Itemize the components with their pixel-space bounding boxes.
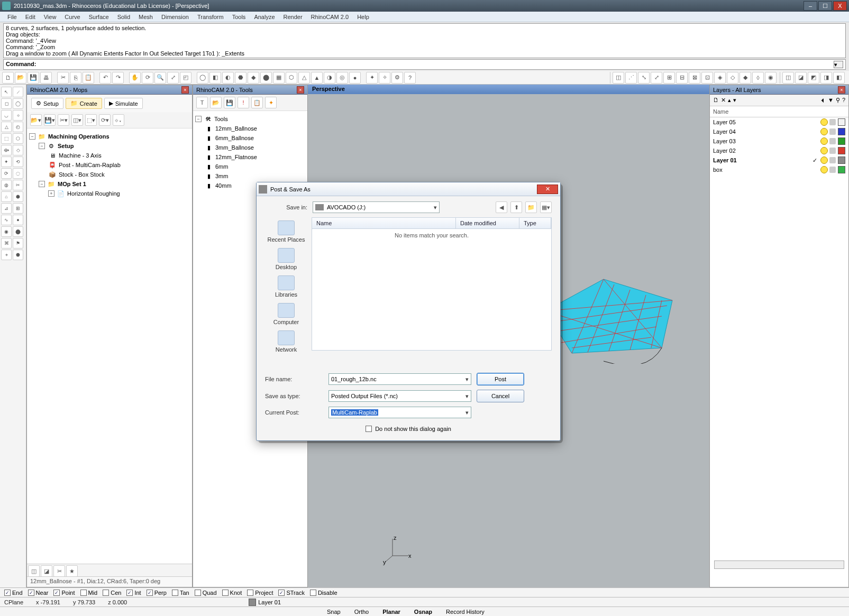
layer-row[interactable]: Layer 01✓ <box>710 155 848 165</box>
mops-tool-icon[interactable]: ⟐▾ <box>113 114 124 126</box>
filter-icon[interactable]: ⏴ <box>820 97 826 104</box>
color-swatch[interactable] <box>838 157 845 164</box>
dialog-close-button[interactable]: ✕ <box>537 185 558 194</box>
side-tool-icon[interactable]: ⌘ <box>1 238 12 249</box>
help-icon[interactable]: ? <box>842 97 845 104</box>
cplane-icon[interactable]: ◊ <box>752 72 764 84</box>
checkbox[interactable] <box>80 590 87 596</box>
mops-foot-icon[interactable]: ✂ <box>53 565 65 577</box>
file-name-field[interactable]: 01_rough_12b.nc▾ <box>328 373 471 385</box>
checkbox[interactable] <box>172 590 178 596</box>
checkbox[interactable] <box>278 590 285 596</box>
checkbox[interactable] <box>147 590 153 596</box>
side-tool-icon[interactable]: ⌂ <box>1 191 12 202</box>
mops-tool-icon[interactable]: ✂▾ <box>58 114 69 126</box>
file-list-header[interactable]: Name Date modified Type <box>312 217 552 229</box>
lock-icon[interactable] <box>829 128 836 135</box>
visibility-icon[interactable] <box>820 166 828 173</box>
open-file-icon[interactable]: 📂 <box>15 72 26 84</box>
menu-surface[interactable]: Surface <box>85 13 113 21</box>
minimize-button[interactable]: – <box>804 1 817 11</box>
visibility-icon[interactable] <box>820 147 828 154</box>
tool-icon[interactable]: ● <box>349 72 361 84</box>
pan-icon[interactable]: ✋ <box>129 72 141 84</box>
tree-machining-operations[interactable]: Machining Operations <box>48 133 109 140</box>
color-swatch[interactable] <box>838 128 845 135</box>
place-libraries[interactable]: Libraries <box>275 275 297 298</box>
tool-icon[interactable]: ◆ <box>248 72 259 84</box>
side-tool-icon[interactable]: ⬤ <box>13 226 23 237</box>
mops-tree[interactable]: −📁Machining Operations −⚙Setup 🖥Machine … <box>27 128 192 564</box>
render-icon[interactable]: ◩ <box>808 72 819 84</box>
cplane-icon[interactable]: ⋰ <box>625 72 637 84</box>
osnap-tan[interactable]: Tan <box>172 590 189 596</box>
mops-foot-icon[interactable]: ◪ <box>41 565 52 577</box>
col-type[interactable]: Type <box>519 218 551 228</box>
filter-icon[interactable]: ▼ <box>828 97 834 104</box>
side-tool-icon[interactable]: ⌖ <box>1 250 12 260</box>
lock-icon[interactable] <box>829 138 836 144</box>
menu-help[interactable]: Help <box>353 13 373 21</box>
up-dir-icon[interactable]: ⬆ <box>510 201 522 213</box>
tool-icon[interactable]: ▲ <box>311 72 323 84</box>
do-not-show-checkbox[interactable] <box>366 426 372 432</box>
osnap-near[interactable]: Near <box>28 590 49 596</box>
status-osnap[interactable]: Osnap <box>411 609 435 615</box>
visibility-icon[interactable] <box>820 118 828 126</box>
tool-icon[interactable]: ⬤ <box>260 72 272 84</box>
visibility-icon[interactable] <box>820 137 828 145</box>
side-tool-icon[interactable]: ✂ <box>13 180 23 190</box>
command-line[interactable]: Command: ▾ <box>3 59 846 70</box>
tool-icon[interactable]: ◐ <box>222 72 234 84</box>
copy-icon[interactable]: ⎘ <box>70 72 81 84</box>
checkbox[interactable] <box>222 590 229 596</box>
menu-mesh[interactable]: Mesh <box>134 13 157 21</box>
checkbox[interactable] <box>247 590 253 596</box>
help-icon[interactable]: ? <box>404 72 416 84</box>
side-tool-icon[interactable]: ⊿ <box>1 203 12 214</box>
layers-column-name[interactable]: Name <box>710 106 848 117</box>
cplane-icon[interactable]: ⊡ <box>701 72 713 84</box>
menu-render[interactable]: Render <box>279 13 307 21</box>
tool-item[interactable]: ▮6mm_Ballnose <box>195 133 305 143</box>
status-layer[interactable]: Layer 01 <box>248 599 281 606</box>
tool-tool-icon[interactable]: 📋 <box>251 97 263 108</box>
tool-item[interactable]: ▮3mm_Ballnose <box>195 143 305 152</box>
mops-tool-icon[interactable]: ⬚▾ <box>85 114 97 126</box>
current-post-dropdown[interactable]: MultiCam-Raplab▾ <box>328 407 471 418</box>
cplane-icon[interactable]: ⊟ <box>676 72 688 84</box>
paste-icon[interactable]: 📋 <box>83 72 94 84</box>
layer-row[interactable]: Layer 03 <box>710 136 848 146</box>
tool-icon[interactable]: ⚙ <box>391 72 403 84</box>
tool-icon[interactable]: ⬡ <box>286 72 297 84</box>
cplane-icon[interactable]: ◉ <box>765 72 777 84</box>
side-tool-icon[interactable]: ⬣ <box>13 250 23 260</box>
tree-stock[interactable]: Stock - Box Stock <box>59 171 105 178</box>
checkbox[interactable] <box>310 590 316 596</box>
checkbox[interactable] <box>4 590 11 596</box>
new-layer-icon[interactable]: 🗋 <box>713 97 719 104</box>
layer-row[interactable]: Layer 05 <box>710 117 848 127</box>
render-icon[interactable]: ◨ <box>820 72 832 84</box>
dialog-titlebar[interactable]: Post & Save As ✕ <box>257 182 560 196</box>
place-computer[interactable]: Computer <box>273 303 299 325</box>
side-tool-icon[interactable]: ✦ <box>1 157 12 167</box>
place-desktop[interactable]: Desktop <box>276 248 297 270</box>
status-ortho[interactable]: Ortho <box>351 609 372 615</box>
side-tool-icon[interactable]: ● <box>13 215 23 225</box>
side-tool-icon[interactable]: ⬡ <box>13 133 23 144</box>
zoom-icon[interactable]: 🔍 <box>154 72 166 84</box>
tool-item[interactable]: ▮6mm <box>195 162 305 171</box>
tree-horizontal-roughing[interactable]: Horizontal Roughing <box>67 190 120 197</box>
tree-post[interactable]: Post - MultiCam-Raplab <box>59 162 121 168</box>
tool-icon[interactable]: ⬣ <box>235 72 247 84</box>
checkbox[interactable] <box>103 590 109 596</box>
osnap-perp[interactable]: Perp <box>147 590 167 596</box>
render-icon[interactable]: ◧ <box>833 72 845 84</box>
close-icon[interactable]: × <box>181 86 189 94</box>
mops-tool-icon[interactable]: 💾▾ <box>44 114 56 126</box>
osnap-int[interactable]: Int <box>126 590 141 596</box>
mops-foot-icon[interactable]: ★ <box>66 565 78 577</box>
menu-curve[interactable]: Curve <box>60 13 84 21</box>
side-tool-icon[interactable]: ◇ <box>13 145 23 155</box>
